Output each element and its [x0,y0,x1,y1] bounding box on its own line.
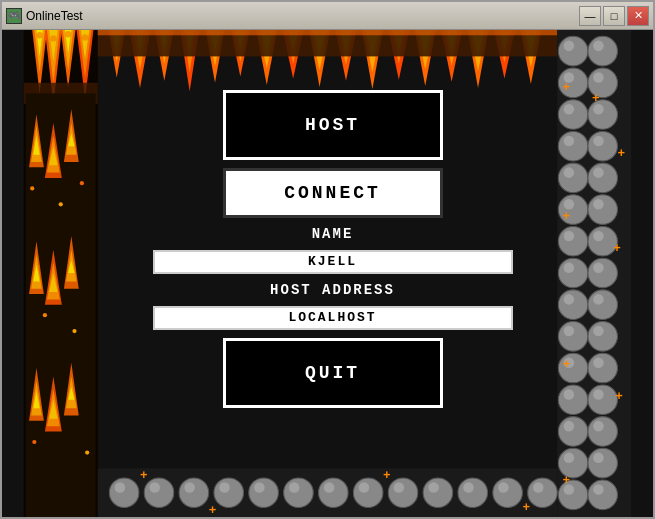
svg-point-195 [423,478,453,508]
svg-point-148 [588,195,618,225]
game-area: + + + + + + + + [2,30,653,517]
svg-marker-4 [36,30,42,56]
svg-marker-40 [33,391,39,408]
svg-point-136 [558,480,588,510]
svg-point-181 [179,478,209,508]
svg-point-156 [588,322,618,352]
svg-point-192 [359,482,370,493]
maximize-button[interactable]: □ [603,6,625,26]
svg-point-145 [593,136,604,147]
svg-marker-26 [64,109,79,162]
svg-point-139 [593,41,604,52]
svg-point-201 [528,478,558,508]
svg-point-48 [59,202,63,206]
svg-point-189 [319,478,349,508]
svg-point-183 [214,478,244,508]
svg-point-153 [593,262,604,273]
svg-marker-35 [64,236,79,289]
svg-marker-32 [45,250,62,305]
svg-point-194 [394,482,405,493]
svg-point-152 [588,258,618,288]
svg-point-14 [36,32,42,38]
svg-marker-36 [66,250,77,282]
close-button[interactable]: ✕ [627,6,649,26]
svg-point-162 [588,417,618,447]
name-label: NAME [223,226,443,242]
svg-marker-7 [49,30,57,62]
name-input[interactable] [153,250,513,274]
svg-point-193 [388,478,418,508]
svg-point-161 [593,389,604,400]
svg-point-158 [588,353,618,383]
svg-text:+: + [617,146,625,161]
svg-marker-2 [32,30,47,93]
svg-point-142 [588,100,618,130]
svg-marker-30 [31,254,42,289]
connect-button[interactable]: CONNECT [223,168,443,218]
svg-point-191 [353,478,383,508]
svg-marker-28 [68,134,74,147]
svg-point-182 [184,482,195,493]
svg-point-159 [593,357,604,368]
svg-marker-6 [47,30,60,83]
host-address-input[interactable] [153,306,513,330]
app-icon: 🎮 [6,8,22,24]
svg-point-190 [324,482,335,493]
svg-point-47 [30,186,34,190]
window-frame: 🎮 OnlineTest — □ ✕ [0,0,655,519]
svg-point-15 [50,35,56,41]
svg-marker-21 [31,125,42,162]
svg-point-151 [593,231,604,242]
svg-marker-27 [66,123,77,155]
svg-marker-25 [49,146,57,165]
menu-content: HOST CONNECT NAME HOST ADDRESS QUIT [82,30,583,467]
title-bar-left: 🎮 OnlineTest [6,8,83,24]
svg-point-184 [219,482,230,493]
host-address-label: HOST ADDRESS [223,282,443,298]
svg-marker-39 [31,381,42,416]
svg-marker-31 [33,265,39,282]
svg-point-154 [588,290,618,320]
svg-marker-42 [47,389,60,426]
window-title: OnlineTest [26,9,83,23]
svg-point-138 [588,36,618,66]
svg-text:+: + [592,91,600,106]
svg-point-167 [593,484,604,495]
svg-text:+: + [615,389,623,404]
svg-point-196 [428,482,439,493]
svg-marker-29 [29,241,44,294]
svg-point-187 [284,478,314,508]
svg-text:+: + [563,473,571,488]
svg-text:+: + [613,241,621,256]
svg-point-179 [144,478,174,508]
svg-point-147 [593,167,604,178]
svg-point-51 [72,329,76,333]
svg-marker-44 [64,363,79,416]
svg-marker-46 [68,387,74,400]
svg-marker-24 [47,136,60,173]
host-button[interactable]: HOST [223,90,443,160]
svg-text:+: + [383,468,391,483]
svg-point-160 [588,385,618,415]
svg-text:+: + [209,503,217,517]
svg-point-178 [115,482,126,493]
svg-point-149 [593,199,604,210]
svg-point-144 [588,131,618,161]
svg-point-165 [593,453,604,464]
svg-point-188 [289,482,300,493]
svg-point-164 [588,448,618,478]
svg-text:+: + [140,468,148,483]
svg-point-150 [588,226,618,256]
svg-marker-5 [45,30,62,104]
svg-rect-176 [98,468,558,517]
svg-point-140 [588,68,618,98]
minimize-button[interactable]: — [579,6,601,26]
svg-marker-34 [49,273,57,292]
svg-point-185 [249,478,279,508]
quit-button[interactable]: QUIT [223,338,443,408]
svg-marker-22 [33,136,39,155]
svg-marker-33 [47,262,60,299]
svg-point-141 [593,72,604,83]
svg-point-199 [493,478,523,508]
svg-point-52 [32,440,36,444]
